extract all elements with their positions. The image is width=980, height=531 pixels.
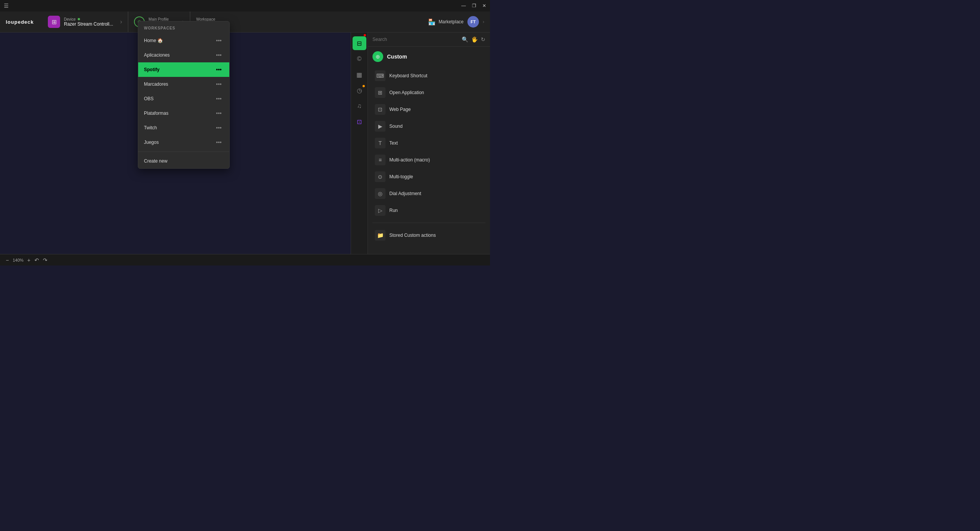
workspace-item-home-more[interactable]: ••• [214, 37, 224, 44]
action-open-application[interactable]: ⊞ Open Application [372, 84, 485, 101]
action-web-page[interactable]: ⊡ Web Page [372, 101, 485, 118]
workspace-label: Workspace [196, 17, 215, 21]
multi-toggle-icon: ⊙ [375, 171, 385, 182]
dropdown-section-label: WORKSPACES [138, 21, 229, 33]
text-label: Text [389, 140, 398, 146]
open-application-label: Open Application [389, 90, 424, 95]
dropdown-divider [138, 151, 229, 152]
hamburger-icon[interactable]: ☰ [4, 3, 9, 9]
search-icon[interactable]: 🔍 [462, 36, 468, 42]
action-sound[interactable]: ▶ Sound [372, 118, 485, 135]
title-bar: ☰ — ❐ ✕ [0, 0, 490, 11]
action-multi-action[interactable]: ≡ Multi-action (macro) [372, 151, 485, 168]
zoom-out-button[interactable]: − [6, 257, 9, 263]
create-new-item[interactable]: Create new [138, 154, 229, 168]
orange-dot [363, 85, 365, 87]
dial-adjustment-label: Dial Adjustment [389, 191, 421, 196]
workspace-item-obs[interactable]: OBS ••• [138, 91, 229, 106]
action-run[interactable]: ▷ Run [372, 202, 485, 219]
close-button[interactable]: ✕ [482, 3, 486, 8]
panel-content: ⊕ Custom ⌨ Keyboard Shortcut ⊞ Open Appl… [368, 47, 490, 254]
action-text[interactable]: T Text [372, 135, 485, 151]
workspace-item-aplicaciones-more[interactable]: ••• [214, 51, 224, 59]
marketplace-label: Marketplace [439, 19, 464, 24]
stored-custom-section[interactable]: 📁 Stored Custom actions [372, 227, 485, 244]
workspace-item-juegos-more[interactable]: ••• [214, 138, 224, 146]
custom-section-icon: ⊕ [372, 51, 383, 62]
device-icon: ⊞ [48, 16, 60, 28]
device-label: Device [64, 17, 113, 21]
category-sidebar: ⊟ © ▦ ◷ ♫ ⊡ [351, 33, 368, 254]
category-icon-spotify[interactable]: ♫ [353, 99, 366, 113]
restore-button[interactable]: ❐ [472, 3, 476, 8]
device-connected-dot [78, 18, 80, 20]
stored-label: Stored Custom actions [389, 233, 436, 238]
header-right: 🏪 Marketplace FT › [428, 16, 490, 28]
category-icon-clock[interactable]: ◷ [353, 83, 366, 97]
main-header: loupedeck ⊞ Device Razer Stream Controll… [0, 11, 490, 33]
user-avatar[interactable]: FT [467, 16, 479, 28]
search-bar: 🔍 🖐 ↻ [368, 33, 490, 47]
red-dot [364, 34, 366, 36]
text-icon: T [375, 138, 385, 148]
action-dial-adjustment[interactable]: ◎ Dial Adjustment [372, 185, 485, 202]
workspace-item-twitch-more[interactable]: ••• [214, 124, 224, 132]
sound-label: Sound [389, 124, 403, 129]
device-name: Razer Stream Controll... [64, 21, 113, 27]
marketplace-button[interactable]: 🏪 Marketplace [428, 18, 464, 26]
category-icon-twitch[interactable]: ⊡ [353, 115, 366, 129]
category-icon-filters[interactable]: ⊟ [353, 36, 366, 50]
dial-adjustment-icon: ◎ [375, 188, 385, 199]
logo: loupedeck [0, 19, 42, 25]
workspace-item-juegos[interactable]: Juegos ••• [138, 135, 229, 150]
device-section[interactable]: ⊞ Device Razer Stream Controll... › [42, 11, 128, 32]
title-bar-left: ☰ [4, 3, 9, 9]
web-page-icon: ⊡ [375, 104, 385, 115]
sound-icon: ▶ [375, 121, 385, 132]
action-multi-toggle[interactable]: ⊙ Multi-toggle [372, 168, 485, 185]
stored-icon: 📁 [375, 230, 385, 241]
marketplace-icon: 🏪 [428, 18, 436, 26]
web-page-label: Web Page [389, 107, 411, 112]
keyboard-shortcut-icon: ⌨ [375, 70, 385, 81]
header-more-icon[interactable]: › [483, 19, 484, 24]
multi-action-icon: ≡ [375, 155, 385, 165]
refresh-icon[interactable]: ↻ [481, 36, 485, 42]
profile-label: Main Profile [149, 17, 175, 21]
workspace-item-marcadores[interactable]: Marcadores ••• [138, 77, 229, 91]
category-icon-grid[interactable]: ▦ [353, 68, 366, 81]
workspace-item-spotify[interactable]: Spotify ••• [138, 62, 229, 77]
open-application-icon: ⊞ [375, 87, 385, 98]
title-bar-controls: — ❐ ✕ [461, 3, 486, 8]
zoom-in-button[interactable]: + [27, 257, 30, 263]
search-input[interactable] [372, 37, 459, 42]
multi-toggle-label: Multi-toggle [389, 174, 413, 179]
keyboard-shortcut-label: Keyboard Shortcut [389, 73, 427, 78]
minimize-button[interactable]: — [461, 3, 466, 8]
workspace-item-plataformas-more[interactable]: ••• [214, 109, 224, 117]
action-keyboard-shortcut[interactable]: ⌨ Keyboard Shortcut [372, 67, 485, 84]
workspace-dropdown: WORKSPACES Home 🏠 ••• Aplicaciones ••• S… [138, 21, 230, 169]
workspace-item-aplicaciones[interactable]: Aplicaciones ••• [138, 48, 229, 62]
run-label: Run [389, 208, 398, 213]
run-icon: ▷ [375, 205, 385, 216]
hand-icon[interactable]: 🖐 [471, 36, 478, 42]
workspace-item-home[interactable]: Home 🏠 ••• [138, 33, 229, 48]
workspace-item-plataformas[interactable]: Plataformas ••• [138, 106, 229, 121]
logo-text: loupedeck [6, 19, 34, 25]
zoom-level: 140% [13, 258, 23, 262]
bottom-bar: − 140% + ↶ ↷ [0, 254, 490, 266]
device-chevron-icon: › [120, 18, 122, 25]
workspace-item-twitch[interactable]: Twitch ••• [138, 121, 229, 135]
panel-section-header: ⊕ Custom [372, 51, 485, 62]
multi-action-label: Multi-action (macro) [389, 157, 430, 163]
panel-title: Custom [387, 54, 407, 60]
undo-button[interactable]: ↶ [34, 257, 39, 263]
workspace-item-obs-more[interactable]: ••• [214, 95, 224, 103]
redo-button[interactable]: ↷ [43, 257, 47, 263]
workspace-item-marcadores-more[interactable]: ••• [214, 80, 224, 88]
category-icon-2[interactable]: © [353, 52, 366, 66]
panel-divider [372, 223, 485, 223]
workspace-item-spotify-more[interactable]: ••• [214, 66, 224, 73]
right-panel: 🔍 🖐 ↻ ⊕ Custom ⌨ Keyboard Shortcut ⊞ Ope… [368, 33, 490, 254]
